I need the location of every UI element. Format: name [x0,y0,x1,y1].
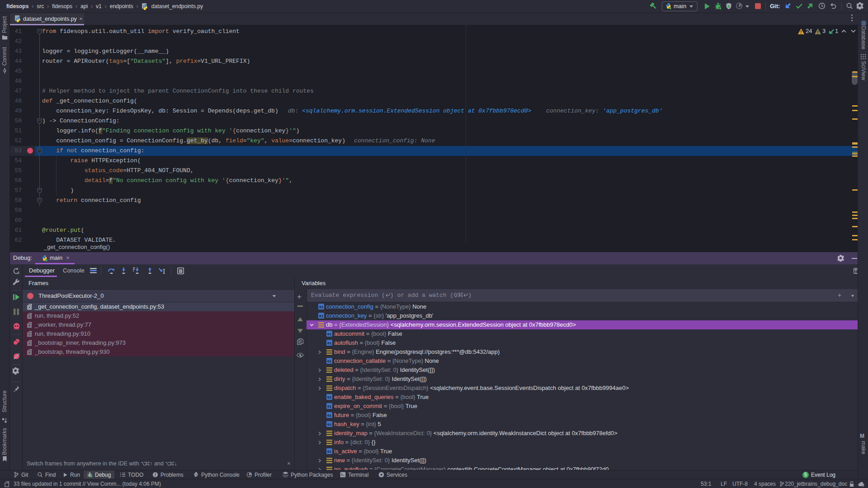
svg-text:01: 01 [327,413,332,418]
svg-text:01: 01 [327,422,332,427]
svg-text:01: 01 [327,332,332,336]
svg-text:01: 01 [327,395,332,399]
svg-text:01: 01 [327,341,332,345]
svg-text:01: 01 [327,359,332,363]
svg-text:01: 01 [327,404,332,408]
svg-text:01: 01 [319,314,324,318]
svg-text:01: 01 [319,305,324,309]
svg-text:01: 01 [327,450,332,454]
